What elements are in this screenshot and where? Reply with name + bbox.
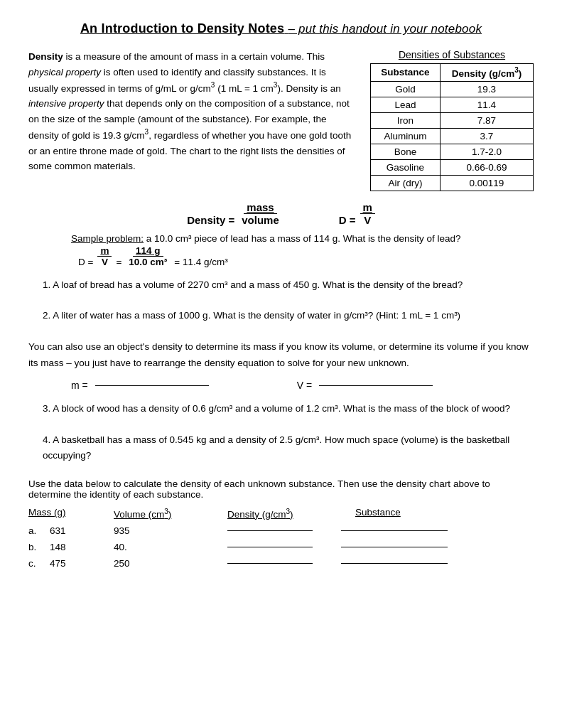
title-bold-part: An Introduction to Density Notes: [80, 21, 284, 36]
row-substance-blank: [341, 530, 448, 531]
v-denominator: V: [361, 214, 374, 226]
data-intro-1: Use the data below to calculate the dens…: [28, 478, 534, 489]
density-table: Substance Density (g/cm3) Gold19.3Lead11…: [370, 63, 534, 191]
substance-cell: Iron: [371, 112, 441, 128]
formula-row: Density = mass volume D = m V: [28, 201, 534, 226]
formula-short: D = m V: [339, 201, 375, 226]
question-3: 3. A block of wood has a density of 0.6 …: [43, 401, 534, 417]
row-mass: 475: [50, 558, 114, 569]
sample-label: Sample problem:: [71, 233, 144, 244]
sample-equals: =: [116, 257, 121, 267]
question-2: 2. A liter of water has a mass of 1000 g…: [43, 308, 534, 323]
question-4: 4. A basketball has a mass of 0.545 kg a…: [43, 432, 534, 463]
density-cell: 3.7: [440, 128, 533, 144]
density-fraction-short: m V: [360, 201, 375, 226]
row-substance-blank: [341, 563, 448, 564]
m-numerator: m: [360, 201, 375, 214]
col-mass-label: Mass (g): [28, 507, 66, 518]
table-row: Bone1.7-2.0: [371, 144, 534, 159]
questions-section: 1. A loaf of bread has a volume of 2270 …: [28, 277, 534, 323]
row-letter: a.: [28, 525, 50, 536]
density-cell: 11.4: [440, 97, 533, 112]
sample-fraction: m V: [97, 245, 112, 267]
data-intro-2: determine the identity of each substance…: [28, 489, 534, 500]
v-item: V =: [297, 378, 436, 395]
data-section: Use the data below to calculate the dens…: [28, 478, 534, 569]
q3-text: 3. A block of wood has a density of 0.6 …: [43, 403, 510, 414]
d-equals-label: D =: [339, 214, 356, 226]
q2-text: 2. A liter of water has a mass of 1000 g…: [43, 310, 460, 321]
questions-section-2: 3. A block of wood has a density of 0.6 …: [28, 401, 534, 463]
m-equals-label: m =: [71, 378, 88, 395]
v-equals-label: V =: [297, 378, 312, 395]
col-density-header: Density (g/cm3): [227, 507, 355, 520]
table-row: Gold19.3: [371, 81, 534, 97]
density-table-container: Densities of Substances Substance Densit…: [370, 49, 534, 191]
data-row: c. 475 250: [28, 558, 534, 569]
data-rows-container: a. 631 935 b. 148 40. c. 475 250: [28, 525, 534, 569]
col-volume-header: Volume (cm3): [114, 507, 227, 520]
density-cell: 0.66-0.69: [440, 159, 533, 175]
substance-cell: Gold: [371, 81, 441, 97]
col-mass-header: Mass (g): [28, 507, 114, 520]
rearrange-paragraph: You can also use an object's density to …: [28, 339, 534, 372]
density-cell: 19.3: [440, 81, 533, 97]
page-title: An Introduction to Density Notes – put t…: [28, 21, 534, 36]
density-cell: 7.87: [440, 112, 533, 128]
table-row: Aluminum3.7: [371, 128, 534, 144]
sample-v-label: V: [99, 257, 111, 267]
density-cell: 0.00119: [440, 175, 533, 191]
formula-short-eq: D = m V: [339, 201, 375, 226]
table-row: Air (dry)0.00119: [371, 175, 534, 191]
intro-paragraph: Density is a measure of the amount of ma…: [28, 49, 356, 174]
mass-numerator: mass: [244, 201, 276, 214]
row-letter: b.: [28, 542, 50, 552]
table-title: Densities of Substances: [370, 49, 534, 60]
row-density-blank: [227, 530, 313, 531]
sample-section: Sample problem: a 10.0 cm³ piece of lead…: [71, 233, 534, 267]
data-row: b. 148 40.: [28, 542, 534, 552]
row-density-blank: [227, 563, 313, 564]
substance-cell: Bone: [371, 144, 441, 159]
sample-mass-value: 114 g: [133, 245, 163, 257]
mv-row: m = V =: [71, 378, 534, 395]
col-density-header: Density (g/cm3): [440, 64, 533, 82]
substance-cell: Gasoline: [371, 159, 441, 175]
q4-text: 4. A basketball has a mass of 0.545 kg a…: [43, 434, 509, 461]
row-volume: 250: [114, 558, 227, 569]
formula-long: Density = mass volume: [187, 201, 282, 226]
table-row: Lead11.4: [371, 97, 534, 112]
intro-text: Density is a measure of the amount of ma…: [28, 49, 356, 191]
col-substance-header: Substance: [371, 64, 441, 82]
v-blank: [319, 385, 433, 386]
col-density-label: Density (g/cm3): [227, 509, 293, 520]
sample-result: = 11.4 g/cm³: [174, 257, 227, 267]
row-substance-blank: [341, 547, 448, 547]
density-cell: 1.7-2.0: [440, 144, 533, 159]
sample-label-text: Sample problem:: [71, 233, 144, 244]
row-mass: 631: [50, 525, 114, 536]
substance-cell: Aluminum: [371, 128, 441, 144]
rearrange-section: You can also use an object's density to …: [28, 339, 534, 395]
intensive-property-italic: intensive property: [28, 98, 104, 109]
row-volume: 935: [114, 525, 227, 536]
table-row: Gasoline0.66-0.69: [371, 159, 534, 175]
density-equals-label: Density =: [187, 214, 234, 226]
row-density-blank: [227, 547, 313, 547]
m-blank: [95, 385, 209, 386]
sample-m-label: m: [97, 245, 112, 257]
density-fraction-long: mass volume: [239, 201, 282, 226]
sample-calc-row: D = m V = 114 g 10.0 cm³ = 11.4 g/cm³: [78, 245, 534, 267]
row-volume: 40.: [114, 542, 227, 552]
data-header-row: Mass (g) Volume (cm3) Density (g/cm3) Su…: [28, 507, 534, 520]
density-bold: Density: [28, 51, 63, 62]
top-section: Density is a measure of the amount of ma…: [28, 49, 534, 191]
sample-problem-line: Sample problem: a 10.0 cm³ piece of lead…: [71, 233, 534, 244]
substance-cell: Lead: [371, 97, 441, 112]
data-row: a. 631 935: [28, 525, 534, 536]
table-header-row: Substance Density (g/cm3): [371, 64, 534, 82]
sample-d-label: D =: [78, 257, 93, 267]
volume-denominator: volume: [239, 214, 282, 226]
m-item: m =: [71, 378, 212, 395]
sample-values-fraction: 114 g 10.0 cm³: [126, 245, 170, 267]
